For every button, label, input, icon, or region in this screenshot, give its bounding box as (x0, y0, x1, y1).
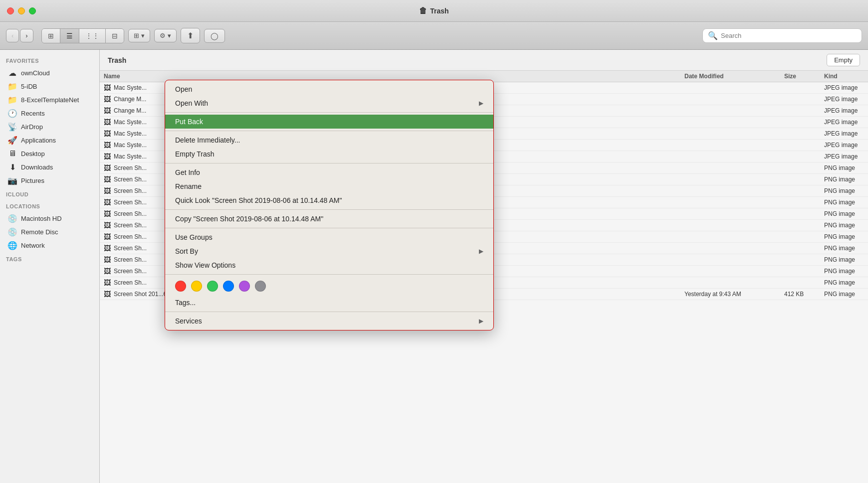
search-box[interactable]: 🔍 (702, 28, 862, 43)
applications-icon: 🚀 (8, 136, 17, 145)
sidebar-item-owncloud[interactable]: ☁ ownCloud (2, 66, 97, 79)
ctx-sort-by[interactable]: Sort By ▶ (165, 244, 493, 258)
ctx-open-with[interactable]: Open With ▶ (165, 96, 493, 110)
ctx-get-info[interactable]: Get Info (165, 165, 493, 179)
close-button[interactable] (7, 7, 14, 14)
hd-icon: 💿 (8, 214, 17, 223)
sidebar-item-macintosh-hd[interactable]: 💿 Macintosh HD (2, 212, 97, 225)
sidebar-favorites-header: Favorites (0, 54, 99, 66)
main-content: Favorites ☁ ownCloud 📁 5-iDB 📁 8-ExcelTe… (0, 50, 868, 483)
sidebar-tags-header: Tags (0, 252, 99, 264)
sidebar-icloud-header: iCloud (0, 187, 99, 199)
sidebar-item-network[interactable]: 🌐 Network (2, 239, 97, 252)
sidebar-item-downloads[interactable]: ⬇ Downloads (2, 161, 97, 173)
forward-button[interactable]: › (20, 29, 33, 42)
recents-icon: 🕐 (8, 109, 17, 118)
window-controls (7, 7, 36, 14)
tag-blue[interactable] (223, 281, 234, 292)
downloads-icon: ⬇ (8, 162, 17, 171)
tag-button[interactable]: ◯ (204, 29, 225, 43)
ctx-services-arrow: ▶ (479, 318, 483, 324)
sidebar-item-recents[interactable]: 🕐 Recents (2, 107, 97, 120)
sidebar-item-pictures[interactable]: 📷 Pictures (2, 174, 97, 187)
ctx-sort-by-label: Sort By (175, 247, 198, 255)
ctx-open[interactable]: Open (165, 82, 493, 96)
sidebar-label-remote-disc: Remote Disc (21, 228, 58, 236)
sidebar-item-applications[interactable]: 🚀 Applications (2, 134, 97, 147)
sidebar-item-remote-disc[interactable]: 💿 Remote Disc (2, 225, 97, 238)
ctx-open-with-label: Open With (175, 99, 208, 107)
sidebar-item-airdrop[interactable]: 📡 AirDrop (2, 120, 97, 133)
ctx-tags[interactable]: Tags... (165, 296, 493, 310)
toolbar: ‹ › ⊞ ☰ ⋮⋮ ⊟ ⊞ ▾ ⚙ ▾ ⬆ ◯ 🔍 (0, 22, 868, 50)
ctx-divider-1 (165, 112, 493, 113)
sidebar-locations-header: Locations (0, 199, 99, 211)
sidebar-item-8excel[interactable]: 📁 8-ExcelTemplateNet (2, 93, 97, 106)
view-gallery-button[interactable]: ⊟ (106, 29, 124, 43)
sidebar: Favorites ☁ ownCloud 📁 5-iDB 📁 8-ExcelTe… (0, 50, 100, 483)
share-button[interactable]: ⬆ (181, 28, 200, 43)
group-button[interactable]: ⊞ ▾ (128, 29, 150, 42)
ctx-services[interactable]: Services ▶ (165, 314, 493, 328)
sidebar-label-8excel: 8-ExcelTemplateNet (21, 96, 79, 104)
ctx-divider-5 (165, 228, 493, 228)
tag-yellow[interactable] (191, 281, 202, 292)
view-columns-button[interactable]: ⋮⋮ (79, 29, 106, 43)
search-icon: 🔍 (708, 31, 718, 40)
file-area: Trash Empty Name Date Modified Size Kind… (100, 50, 868, 483)
group-icon: ⊞ (134, 32, 139, 39)
sidebar-item-5idb[interactable]: 📁 5-iDB (2, 80, 97, 93)
ctx-rename-label: Rename (175, 182, 202, 190)
titlebar: 🗑 Trash (0, 0, 868, 22)
sidebar-label-recents: Recents (21, 110, 45, 117)
ctx-put-back-label: Put Back (175, 118, 203, 126)
ctx-rename[interactable]: Rename (165, 179, 493, 193)
ctx-delete-immediately[interactable]: Delete Immediately... (165, 133, 493, 147)
ctx-copy[interactable]: Copy "Screen Shot 2019-08-06 at 10.14.48… (165, 212, 493, 226)
network-icon: 🌐 (8, 241, 17, 250)
sidebar-label-network: Network (21, 242, 45, 249)
sidebar-label-pictures: Pictures (21, 177, 44, 184)
sidebar-item-desktop[interactable]: 🖥 Desktop (2, 147, 97, 160)
sidebar-label-owncloud: ownCloud (21, 69, 50, 77)
folder-icon-2: 📁 (8, 95, 17, 104)
sidebar-label-macintosh-hd: Macintosh HD (21, 215, 62, 222)
pictures-icon: 📷 (8, 176, 17, 185)
ctx-show-view-options[interactable]: Show View Options (165, 258, 493, 272)
action-button[interactable]: ⚙ ▾ (154, 29, 177, 42)
view-icons-button[interactable]: ⊞ (42, 29, 60, 43)
ctx-put-back[interactable]: Put Back (165, 115, 493, 129)
search-input[interactable] (721, 32, 857, 39)
trash-icon: 🗑 (419, 6, 427, 15)
ctx-delete-label: Delete Immediately... (175, 136, 240, 144)
ctx-empty-trash[interactable]: Empty Trash (165, 147, 493, 161)
sidebar-label-applications: Applications (21, 137, 56, 144)
fullscreen-button[interactable] (29, 7, 36, 14)
context-menu: Open Open With ▶ Put Back Delete Immedia… (165, 80, 494, 330)
tag-green[interactable] (207, 281, 218, 292)
owncloud-icon: ☁ (8, 68, 17, 77)
ctx-use-groups-label: Use Groups (175, 233, 213, 241)
sidebar-label-5idb: 5-iDB (21, 83, 37, 90)
action-chevron: ▾ (168, 32, 171, 39)
view-buttons: ⊞ ☰ ⋮⋮ ⊟ (41, 28, 124, 43)
tag-gray[interactable] (255, 281, 266, 292)
ctx-quick-look[interactable]: Quick Look "Screen Shot 2019-08-06 at 10… (165, 193, 493, 207)
back-button[interactable]: ‹ (6, 29, 19, 42)
ctx-open-label: Open (175, 85, 192, 93)
ctx-use-groups[interactable]: Use Groups (165, 230, 493, 244)
ctx-empty-trash-label: Empty Trash (175, 150, 215, 158)
view-list-button[interactable]: ☰ (60, 29, 79, 43)
group-chevron: ▾ (141, 32, 145, 39)
minimize-button[interactable] (18, 7, 25, 14)
sidebar-label-airdrop: AirDrop (21, 123, 43, 131)
ctx-divider-2 (165, 131, 493, 131)
ctx-copy-label: Copy "Screen Shot 2019-08-06 at 10.14.48… (175, 215, 323, 223)
sidebar-label-desktop: Desktop (21, 150, 45, 158)
tag-purple[interactable] (239, 281, 250, 292)
ctx-divider-7 (165, 312, 493, 312)
tag-red[interactable] (175, 281, 186, 292)
nav-buttons: ‹ › (6, 29, 33, 42)
desktop-icon: 🖥 (8, 149, 17, 158)
remote-disc-icon: 💿 (8, 227, 17, 236)
